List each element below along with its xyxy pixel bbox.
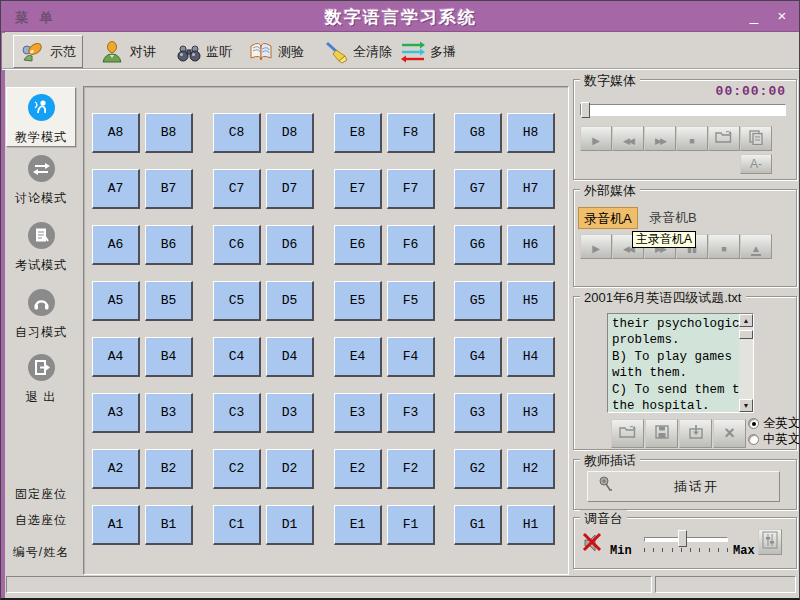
seat-button-E8[interactable]: E8 [334,113,382,153]
fast-forward-button[interactable]: ▶▶ [644,126,676,151]
seat-button-D7[interactable]: D7 [266,169,314,209]
minimize-button[interactable]: _ [743,7,765,27]
seat-button-H3[interactable]: H3 [507,393,555,433]
toolbar-item-4[interactable]: 测验 [242,35,310,68]
rewind-button[interactable]: ◀◀ [612,126,644,151]
seat-button-H5[interactable]: H5 [507,281,555,321]
stop-button[interactable]: ■ [676,126,708,151]
seat-button-F8[interactable]: F8 [387,113,435,153]
open-folder-button[interactable] [708,126,740,151]
radio-english-only[interactable]: 全英文 [748,415,800,432]
tab-recorder-a[interactable]: 录音机A [578,207,638,229]
toolbar-item-5[interactable]: 全清除 [317,35,398,68]
open-folder-button[interactable] [611,419,644,448]
tab-recorder-b[interactable]: 录音机B [644,207,702,229]
sidebar-link-3[interactable]: 编号/姓名 [1,544,81,561]
seat-button-E3[interactable]: E3 [334,393,382,433]
volume-thumb[interactable] [678,530,687,547]
sidebar-link-1[interactable]: 固定座位 [1,486,81,503]
seat-button-G4[interactable]: G4 [454,337,502,377]
seat-button-C5[interactable]: C5 [213,281,261,321]
scroll-down-icon[interactable]: ▼ [739,399,753,412]
seat-button-B5[interactable]: B5 [145,281,193,321]
sidebar-link-2[interactable]: 自选座位 [1,512,81,529]
text-viewer[interactable]: their psychologicalproblems.B) To play g… [607,313,754,413]
seat-button-C1[interactable]: C1 [213,505,261,545]
seat-button-H2[interactable]: H2 [507,449,555,489]
seat-button-D1[interactable]: D1 [266,505,314,545]
talk-on-button[interactable]: 插话开 [587,471,780,502]
save-button[interactable] [645,419,678,448]
seat-button-C4[interactable]: C4 [213,337,261,377]
seat-button-E4[interactable]: E4 [334,337,382,377]
radio-chinese-english[interactable]: 中英文 [748,431,800,448]
toolbar-item-6[interactable]: 多播 [394,35,462,68]
media-progress-thumb[interactable] [581,102,590,118]
seat-button-G8[interactable]: G8 [454,113,502,153]
seat-button-E6[interactable]: E6 [334,225,382,265]
seat-button-D8[interactable]: D8 [266,113,314,153]
seat-button-E2[interactable]: E2 [334,449,382,489]
scroll-up-icon[interactable]: ▲ [739,314,753,327]
seat-button-A1[interactable]: A1 [92,505,140,545]
seat-button-A2[interactable]: A2 [92,449,140,489]
seat-button-E1[interactable]: E1 [334,505,382,545]
seat-button-D6[interactable]: D6 [266,225,314,265]
sidebar-mode-1[interactable]: 教学模式 [6,87,76,147]
seat-button-H7[interactable]: H7 [507,169,555,209]
toolbar-item-2[interactable]: 对讲 [94,35,162,68]
seat-button-B4[interactable]: B4 [145,337,193,377]
seat-button-A4[interactable]: A4 [92,337,140,377]
seat-button-E5[interactable]: E5 [334,281,382,321]
seat-button-A7[interactable]: A7 [92,169,140,209]
seat-button-G2[interactable]: G2 [454,449,502,489]
scrollbar[interactable]: ▲ ▼ [739,314,753,412]
seat-button-A8[interactable]: A8 [92,113,140,153]
close-button[interactable]: × [771,7,793,27]
media-progress-slider[interactable] [580,104,786,116]
seat-button-D4[interactable]: D4 [266,337,314,377]
seat-button-G1[interactable]: G1 [454,505,502,545]
seat-button-F1[interactable]: F1 [387,505,435,545]
play-button[interactable]: ▶ [580,234,612,259]
seat-button-F3[interactable]: F3 [387,393,435,433]
seat-button-F5[interactable]: F5 [387,281,435,321]
play-button[interactable]: ▶ [580,126,612,151]
scroll-thumb[interactable] [739,330,753,339]
seat-button-G5[interactable]: G5 [454,281,502,321]
import-button[interactable] [679,419,712,448]
toolbar-item-1[interactable]: 示范 [13,35,83,68]
seat-button-C8[interactable]: C8 [213,113,261,153]
seat-button-H6[interactable]: H6 [507,225,555,265]
seat-button-B7[interactable]: B7 [145,169,193,209]
seat-button-B3[interactable]: B3 [145,393,193,433]
seat-button-H1[interactable]: H1 [507,505,555,545]
sidebar-mode-2[interactable]: 讨论模式 [6,149,76,207]
seat-button-B6[interactable]: B6 [145,225,193,265]
copy-button[interactable] [740,126,772,151]
mute-speaker-icon[interactable] [580,530,606,560]
seat-button-G6[interactable]: G6 [454,225,502,265]
seat-button-F4[interactable]: F4 [387,337,435,377]
seat-button-F7[interactable]: F7 [387,169,435,209]
seat-button-E7[interactable]: E7 [334,169,382,209]
seat-button-G7[interactable]: G7 [454,169,502,209]
seat-button-H8[interactable]: H8 [507,113,555,153]
seat-button-C3[interactable]: C3 [213,393,261,433]
seat-button-A6[interactable]: A6 [92,225,140,265]
seat-button-A3[interactable]: A3 [92,393,140,433]
seat-button-B8[interactable]: B8 [145,113,193,153]
seat-button-C6[interactable]: C6 [213,225,261,265]
seat-button-B2[interactable]: B2 [145,449,193,489]
sidebar-mode-3[interactable]: 考试模式 [6,216,76,274]
font-size-button[interactable]: A- [740,154,772,174]
mixer-settings-button[interactable] [758,529,782,555]
eject-button[interactable]: ▲ [740,234,772,259]
sidebar-mode-5[interactable]: 退 出 [6,348,76,406]
seat-button-A5[interactable]: A5 [92,281,140,321]
seat-button-D5[interactable]: D5 [266,281,314,321]
seat-button-D3[interactable]: D3 [266,393,314,433]
toolbar-item-3[interactable]: 监听 [170,35,238,68]
seat-button-F2[interactable]: F2 [387,449,435,489]
seat-button-G3[interactable]: G3 [454,393,502,433]
